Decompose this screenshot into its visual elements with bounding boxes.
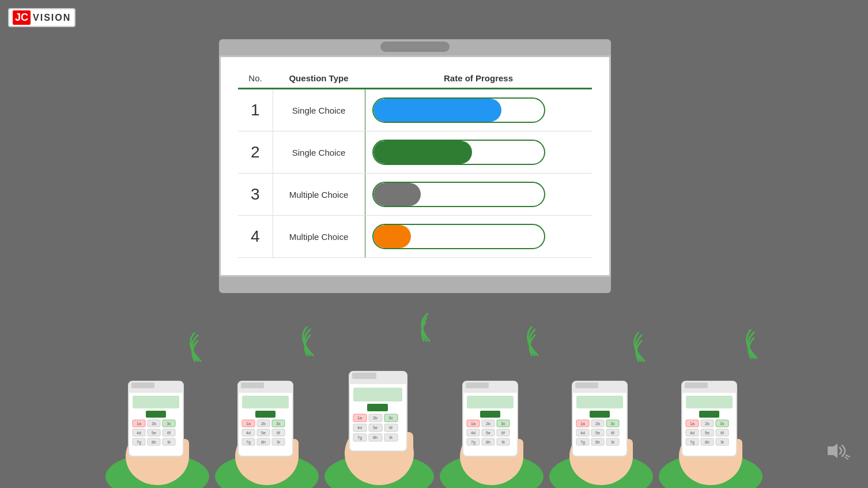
calc-person-5: 1a 2b 3c 4d 5e 6f 7g 8h 9i (541, 315, 662, 488)
svg-text:8h: 8h (152, 440, 156, 444)
board-white: No. Question Type Rate of Progress 1Sing… (219, 55, 611, 277)
progress-bar-wrap (372, 182, 545, 207)
svg-text:6f: 6f (389, 426, 393, 430)
svg-rect-74 (367, 404, 388, 411)
svg-text:6f: 6f (167, 431, 171, 435)
progress-bar-wrap (372, 140, 545, 165)
person-illustration-2: 1a 2b 3c 4d 5e 6f 7g 8h 9i (206, 350, 327, 488)
svg-rect-136 (590, 411, 610, 418)
progress-bar-wrap (372, 97, 545, 123)
svg-text:1a: 1a (471, 422, 475, 426)
progress-bar-cell (365, 216, 592, 258)
svg-rect-11 (133, 396, 179, 408)
svg-rect-73 (353, 388, 402, 401)
svg-text:2b: 2b (261, 422, 266, 426)
calc-person-6: 1a 2b 3c 4d 5e 6f 7g 8h 9i (650, 315, 771, 488)
svg-rect-9 (129, 389, 183, 393)
svg-text:3c: 3c (167, 422, 171, 426)
svg-text:2b: 2b (486, 422, 490, 426)
svg-rect-72 (352, 373, 376, 379)
board-top-bar (219, 39, 611, 55)
person-illustration-5: 1a 2b 3c 4d 5e 6f 7g 8h 9i (541, 350, 662, 488)
svg-text:5e: 5e (595, 431, 600, 435)
progress-bar-fill (373, 99, 501, 122)
progress-table: No. Question Type Rate of Progress 1Sing… (238, 69, 592, 258)
svg-text:4d: 4d (357, 426, 362, 430)
svg-text:1a: 1a (246, 422, 251, 426)
svg-text:9i: 9i (167, 440, 171, 444)
logo-vision: VISION (33, 13, 71, 23)
logo: JC VISION (8, 8, 76, 27)
calc-person-1: 1a 2b 3c 4d 5e 6f 7g 8h 9i (97, 315, 218, 488)
svg-text:7g: 7g (137, 440, 141, 445)
svg-text:5e: 5e (705, 431, 710, 435)
svg-text:8h: 8h (595, 440, 600, 444)
svg-text:6f: 6f (611, 431, 614, 435)
svg-rect-104 (467, 396, 514, 408)
svg-text:1a: 1a (357, 416, 362, 420)
svg-rect-71 (349, 380, 407, 384)
svg-text:9i: 9i (720, 440, 724, 444)
sound-icon[interactable] (825, 441, 851, 465)
svg-text:8h: 8h (486, 440, 490, 444)
svg-rect-134 (575, 382, 598, 388)
board-bottom-bar (219, 277, 611, 293)
svg-text:1a: 1a (580, 422, 585, 426)
svg-rect-167 (699, 411, 719, 418)
progress-bar-cell (365, 174, 592, 216)
progress-bar-wrap (372, 224, 545, 249)
svg-rect-165 (685, 382, 708, 388)
svg-text:6f: 6f (277, 431, 280, 435)
svg-text:2b: 2b (373, 416, 378, 420)
svg-line-187 (845, 457, 848, 459)
svg-text:9i: 9i (611, 440, 614, 444)
person-illustration-1: 1a 2b 3c 4d 5e 6f 7g 8h 9i (97, 350, 218, 488)
svg-text:3c: 3c (720, 422, 724, 426)
header-type: Question Type (273, 69, 365, 89)
board-hanger (380, 42, 450, 52)
question-type: Multiple Choice (273, 216, 365, 258)
svg-text:2b: 2b (152, 422, 156, 426)
svg-text:5e: 5e (486, 431, 490, 435)
svg-rect-41 (241, 382, 264, 388)
svg-line-188 (846, 455, 850, 457)
calc-person-3: 1a 2b 3c 4d 5e 6f 7g 8h 9i (316, 303, 443, 488)
svg-rect-12 (146, 411, 166, 418)
table-row: 4Multiple Choice (238, 216, 592, 258)
svg-text:7g: 7g (357, 436, 362, 440)
svg-text:6f: 6f (720, 431, 724, 435)
progress-bar-fill (373, 225, 411, 248)
svg-text:4d: 4d (246, 431, 251, 435)
svg-text:5e: 5e (373, 426, 378, 430)
svg-text:4d: 4d (471, 431, 475, 435)
calc-person-4: 1a 2b 3c 4d 5e 6f 7g 8h 9i (431, 315, 552, 488)
question-type: Multiple Choice (273, 174, 365, 216)
table-row: 3Multiple Choice (238, 174, 592, 216)
row-number: 2 (238, 132, 273, 174)
svg-rect-133 (572, 389, 627, 393)
svg-text:5e: 5e (152, 431, 156, 435)
svg-marker-186 (828, 444, 837, 458)
bottom-section: 1a 2b 3c 4d 5e 6f 7g 8h 9i (0, 292, 868, 488)
svg-text:7g: 7g (690, 440, 695, 445)
progress-bar-cell (365, 89, 592, 132)
svg-text:7g: 7g (471, 440, 475, 445)
question-type: Single Choice (273, 89, 365, 132)
svg-text:4d: 4d (690, 431, 695, 435)
svg-text:6f: 6f (501, 431, 505, 435)
row-number: 4 (238, 216, 273, 258)
svg-rect-164 (682, 389, 737, 393)
logo-jc: JC (13, 10, 31, 25)
svg-text:3c: 3c (610, 422, 615, 426)
svg-rect-103 (466, 382, 489, 388)
svg-text:9i: 9i (277, 440, 280, 444)
svg-rect-102 (463, 389, 518, 393)
row-number: 1 (238, 89, 273, 132)
svg-text:7g: 7g (246, 440, 251, 445)
svg-rect-135 (576, 396, 623, 408)
svg-text:3c: 3c (501, 422, 505, 426)
person-illustration-6: 1a 2b 3c 4d 5e 6f 7g 8h 9i (650, 350, 771, 488)
svg-text:5e: 5e (261, 431, 266, 435)
header-no: No. (238, 69, 273, 89)
svg-rect-42 (242, 396, 289, 408)
